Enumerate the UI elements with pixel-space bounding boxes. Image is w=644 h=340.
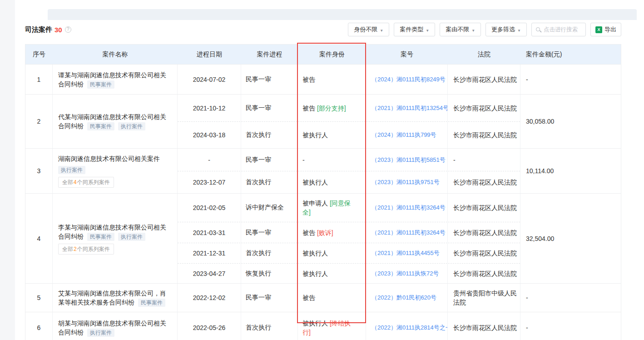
case-type-tag: 执行案件 — [118, 233, 145, 241]
case-no-link[interactable]: （2021）湘0111民初3264号 — [372, 229, 446, 237]
identity-text: 被执行人 — [302, 178, 328, 187]
case-name: 代某与湖南闵遂信息技术有限公司相关合同纠纷民事案件执行案件 — [58, 112, 171, 130]
stage-cell: 首次执行 — [241, 312, 298, 340]
case-no-link[interactable]: （2022）湘0111执2814号之一 — [372, 324, 448, 332]
search-input[interactable] — [544, 26, 583, 33]
case-no-link[interactable]: （2022）黔01民初620号 — [372, 294, 436, 302]
case-no-link[interactable]: （2023）湘0111执恢72号 — [372, 270, 439, 278]
identity-text: 被执行人 — [302, 249, 328, 258]
identity-text: - — [302, 155, 305, 165]
case-name-cell: 湖南闵遂信息技术有限公司相关案件执行案件全部4个同系列案件 — [53, 149, 178, 193]
case-no-link[interactable]: （2021）湘0111民初13254号 — [372, 104, 448, 112]
court-name: 长沙市雨花区人民法院 — [453, 178, 517, 187]
table-header: 序号 案件名称 进程日期 案件进程 案件身份 案号 法院 案件金额(元) — [25, 45, 621, 64]
header-cell-amount: 案件金额(元) — [520, 50, 622, 59]
filter-identity-button[interactable]: 身份不限 — [348, 23, 389, 36]
seq-cell: 6 — [25, 312, 53, 340]
identity-cell: 被执行人 [终结执行] — [298, 312, 366, 340]
filter-cause-button[interactable]: 案由不限 — [440, 23, 481, 36]
date-cell: 2022-05-26 — [178, 312, 241, 340]
identity-text: 被告 — [302, 75, 315, 84]
case-no-link[interactable]: （2023）湘0111民初5851号 — [372, 156, 446, 164]
case-progress-row: 2023-12-07首次执行被执行人（2023）湘0111执9751号长沙市雨花… — [178, 171, 520, 193]
court-cell: 长沙市雨花区人民法院 — [448, 243, 520, 263]
case-type-tag: 民事案件 — [87, 80, 114, 89]
seq-cell: 4 — [25, 194, 53, 283]
date-cell: 2024-07-02 — [178, 65, 241, 94]
case-name-cell: 胡某与湖南闵遂信息技术有限公司相关合同纠纷执行案件 — [53, 312, 178, 340]
case-name-cell: 艾某与湖南闵遂信息技术有限公司，肖某等相关技术服务合同纠纷民事案件 — [53, 284, 178, 312]
sub-rows: 2022-05-26首次执行被执行人 [终结执行]（2022）湘0111执281… — [178, 312, 520, 340]
date-cell: 2024-03-18 — [178, 122, 241, 148]
case-name: 李某与湖南闵遂信息技术有限公司相关合同纠纷民事案件执行案件 — [58, 223, 171, 241]
case-no-cell: （2023）湘0111执恢72号 — [366, 264, 448, 283]
table-body: 1谭某与湖南闵遂信息技术有限公司相关合同纠纷民事案件2024-07-02民事一审… — [25, 64, 621, 340]
case-no-cell: （2024）湘0111执799号 — [366, 122, 448, 148]
series-suffix: 个同系列案件 — [77, 179, 110, 185]
section-title-wrap: 司法案件 30 ? — [25, 25, 71, 34]
case-no-link[interactable]: （2024）湘0111民初8249号 — [372, 75, 446, 84]
case-progress-row: 2021-03-31民事一审被告 [败诉]（2021）湘0111民初3264号长… — [178, 222, 520, 243]
identity-text: 被申请人 [同意保全] — [302, 199, 354, 217]
export-label: 导出 — [604, 25, 616, 34]
case-no-link[interactable]: （2021）湘0111民初3264号 — [372, 204, 446, 212]
excel-icon: X — [595, 26, 602, 33]
amount-cell: 10,114.00 — [520, 149, 622, 193]
identity-text: 被执行人 — [302, 269, 328, 278]
case-progress-row: 2022-05-26首次执行被执行人 [终结执行]（2022）湘0111执281… — [178, 312, 520, 340]
sub-rows: 2021-10-12民事一审被告 [部分支持]（2021）湘0111民初1325… — [178, 95, 520, 148]
court-cell: 长沙市雨花区人民法院 — [448, 194, 520, 222]
amount-cell: 30,058.00 — [520, 95, 622, 148]
series-link[interactable]: 全部4个同系列案件 — [58, 177, 114, 188]
case-progress-row: 2022-12-02民事一审被告（2022）黔01民初620号贵州省贵阳市中级人… — [178, 284, 520, 312]
case-no-cell: （2021）湘0111民初13254号 — [366, 95, 448, 121]
case-no-cell: （2022）湘0111执2814号之一 — [366, 312, 448, 340]
court-name: - — [453, 155, 456, 165]
case-title: 湖南闵遂信息技术有限公司相关案件 — [58, 155, 160, 162]
series-count: 4 — [74, 179, 77, 185]
filter-more-button[interactable]: 更多筛选 — [485, 23, 527, 36]
case-no-cell: （2023）湘0111执9751号 — [366, 171, 448, 193]
identity-cell: 被执行人 — [298, 243, 366, 263]
case-name-cell: 谭某与湖南闵遂信息技术有限公司相关合同纠纷民事案件 — [53, 65, 178, 94]
case-no-link[interactable]: （2021）湘0111执4455号 — [372, 249, 440, 257]
case-no-link[interactable]: （2024）湘0111执799号 — [372, 131, 436, 139]
search-box[interactable] — [531, 23, 586, 36]
court-name: 长沙市雨花区人民法院 — [453, 323, 517, 332]
date-cell: 2023-12-07 — [178, 171, 241, 193]
case-type-tag: 民事案件 — [87, 233, 114, 241]
help-icon[interactable]: ? — [65, 26, 71, 33]
case-progress-row: -民事一审-（2023）湘0111民初5851号- — [178, 149, 520, 171]
case-no-cell: （2023）湘0111民初5851号 — [366, 149, 448, 171]
series-link[interactable]: 全部2个同系列案件 — [58, 244, 114, 255]
case-no-cell: （2021）湘0111民初3264号 — [366, 194, 448, 222]
identity-cell: 被告 [部分支持] — [298, 95, 366, 121]
case-name: 艾某与湖南闵遂信息技术有限公司，肖某等相关技术服务合同纠纷民事案件 — [58, 289, 171, 307]
date-cell: 2021-10-12 — [178, 95, 241, 121]
identity-cell: 被告 — [298, 65, 366, 94]
identity-cell: 被执行人 — [298, 171, 366, 193]
date-cell: 2023-04-27 — [178, 264, 241, 283]
series-wrap: 全部2个同系列案件 — [58, 244, 171, 255]
court-cell: 长沙市雨花区人民法院 — [448, 264, 520, 283]
section-title: 司法案件 — [25, 25, 52, 34]
case-progress-row: 2024-03-18首次执行被执行人（2024）湘0111执799号长沙市雨花区… — [178, 121, 520, 148]
case-no-cell: （2021）湘0111执4455号 — [366, 243, 448, 263]
court-cell: 长沙市雨花区人民法院 — [448, 122, 520, 148]
case-group: 1谭某与湖南闵遂信息技术有限公司相关合同纠纷民事案件2024-07-02民事一审… — [25, 64, 621, 94]
case-no-link[interactable]: （2023）湘0111执9751号 — [372, 178, 440, 186]
court-name: 长沙市雨花区人民法院 — [453, 130, 517, 140]
identity-cell: 被执行人 — [298, 264, 366, 283]
seq-cell: 1 — [25, 65, 53, 94]
export-button[interactable]: X 导出 — [590, 23, 621, 36]
case-group: 4李某与湖南闵遂信息技术有限公司相关合同纠纷民事案件执行案件全部2个同系列案件2… — [25, 193, 621, 283]
case-name-cell: 代某与湖南闵遂信息技术有限公司相关合同纠纷民事案件执行案件 — [53, 95, 178, 148]
identity-cell: - — [298, 149, 366, 171]
amount-cell: - — [520, 284, 622, 312]
series-prefix: 全部 — [62, 179, 73, 185]
series-wrap: 全部4个同系列案件 — [58, 177, 171, 188]
filter-case-type-button[interactable]: 案件类型 — [394, 23, 435, 36]
seq-cell: 3 — [25, 149, 53, 193]
identity-status: [败诉] — [317, 229, 333, 236]
identity-status: [同意保全] — [302, 200, 351, 216]
